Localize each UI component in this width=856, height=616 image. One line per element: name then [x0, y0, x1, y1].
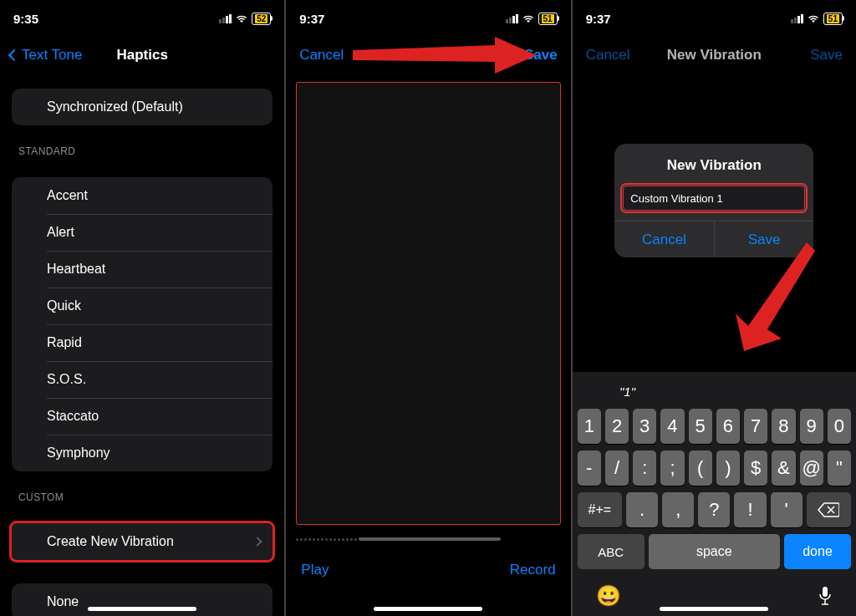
- chevron-left-icon: [8, 49, 20, 61]
- vibration-option-label: S.O.S.: [47, 372, 86, 387]
- space-key[interactable]: space: [649, 534, 780, 569]
- vibration-option-label: Rapid: [47, 335, 82, 350]
- key[interactable]: 7: [744, 409, 767, 444]
- vibration-name-input[interactable]: [623, 186, 805, 211]
- back-label: Text Tone: [22, 47, 82, 64]
- symbols-mode-key[interactable]: #+=: [578, 492, 622, 527]
- default-vibration-cell[interactable]: Synchronized (Default): [12, 89, 273, 125]
- vibration-option-label: Quick: [47, 298, 81, 313]
- vibration-option-label: Staccato: [47, 409, 99, 424]
- vibration-option[interactable]: Alert: [12, 214, 273, 251]
- home-indicator[interactable]: [88, 607, 196, 611]
- vibration-option[interactable]: Accent: [12, 177, 273, 214]
- emoji-key[interactable]: 😀: [596, 584, 621, 608]
- back-button[interactable]: Text Tone: [10, 47, 82, 64]
- key[interactable]: 6: [716, 409, 740, 444]
- key[interactable]: @: [800, 451, 823, 486]
- key[interactable]: :: [633, 451, 656, 486]
- key[interactable]: ;: [660, 451, 684, 486]
- none-label: None: [47, 594, 79, 609]
- backspace-key[interactable]: [807, 492, 851, 527]
- vibration-option[interactable]: Staccato: [12, 398, 273, 435]
- create-new-vibration-cell[interactable]: Create New Vibration: [12, 523, 273, 560]
- dialog-save-button[interactable]: Save: [714, 221, 814, 257]
- key[interactable]: 4: [660, 409, 684, 444]
- vibration-option-label: Symphony: [47, 445, 110, 461]
- key[interactable]: !: [734, 492, 766, 527]
- vibration-option[interactable]: Quick: [12, 288, 273, 324]
- home-indicator[interactable]: [374, 607, 482, 611]
- vibration-record-area[interactable]: [296, 82, 560, 525]
- dialog-title: New Vibration: [614, 144, 813, 186]
- dictation-key[interactable]: [818, 586, 833, 606]
- vibration-option-label: Heartbeat: [47, 262, 105, 277]
- abc-mode-key[interactable]: ABC: [578, 534, 645, 569]
- create-new-vibration-label: Create New Vibration: [47, 534, 174, 549]
- vibration-option-label: Alert: [47, 225, 74, 240]
- cancel-button[interactable]: Cancel: [299, 47, 344, 64]
- vibration-option-label: Accent: [47, 188, 88, 203]
- key[interactable]: ?: [698, 492, 730, 527]
- vibration-option[interactable]: Symphony: [12, 435, 273, 471]
- nav-bar: Cancel New Vibration Save: [286, 37, 570, 74]
- new-vibration-dialog: New Vibration Cancel Save: [614, 144, 813, 257]
- key[interactable]: 2: [605, 409, 629, 444]
- signal-icon: [219, 14, 232, 23]
- wifi-icon: [235, 13, 248, 23]
- custom-header: CUSTOM: [12, 471, 273, 508]
- vibration-option[interactable]: Heartbeat: [12, 251, 273, 288]
- svg-rect-2: [823, 587, 828, 597]
- keyboard: "1" 1234567890 -/:;()$&@" #+= .,?!' ABC …: [573, 372, 856, 616]
- keyboard-suggestions: "1": [576, 377, 853, 405]
- standard-header: STANDARD: [12, 125, 273, 162]
- battery-icon: 52: [252, 13, 271, 25]
- default-vibration-label: Synchronized (Default): [47, 99, 183, 115]
- signal-icon: [506, 14, 518, 23]
- key[interactable]: &: [772, 451, 795, 486]
- status-time: 9:37: [299, 12, 349, 26]
- key[interactable]: 0: [828, 409, 851, 444]
- key[interactable]: 5: [689, 409, 712, 444]
- vibration-option[interactable]: S.O.S.: [12, 361, 273, 398]
- nav-title: Haptics: [116, 47, 167, 64]
- chevron-right-icon: [253, 537, 262, 546]
- key[interactable]: ": [828, 451, 851, 486]
- key[interactable]: $: [744, 451, 767, 486]
- key[interactable]: ): [716, 451, 740, 486]
- key[interactable]: .: [626, 492, 658, 527]
- nav-bar: Text Tone Haptics: [0, 37, 284, 74]
- done-key[interactable]: done: [784, 534, 851, 569]
- dialog-cancel-button[interactable]: Cancel: [614, 221, 714, 257]
- battery-icon: 51: [538, 13, 558, 25]
- key[interactable]: (: [689, 451, 712, 486]
- vibration-option[interactable]: Rapid: [12, 324, 273, 361]
- key[interactable]: ': [771, 492, 802, 527]
- key[interactable]: ,: [662, 492, 694, 527]
- suggestion[interactable]: "1": [584, 384, 671, 399]
- key[interactable]: /: [605, 451, 629, 486]
- status-bar: 9:37 51: [286, 0, 570, 37]
- save-button[interactable]: Save: [524, 47, 558, 64]
- status-time: 9:35: [13, 12, 64, 26]
- none-cell[interactable]: None: [12, 583, 273, 616]
- key[interactable]: -: [578, 451, 601, 486]
- record-button[interactable]: Record: [510, 562, 556, 578]
- vibration-progress[interactable]: [296, 533, 560, 545]
- nav-title: New Vibration: [381, 47, 476, 64]
- key[interactable]: 8: [772, 409, 795, 444]
- status-bar: 9:35 52: [0, 0, 284, 37]
- home-indicator[interactable]: [660, 607, 768, 611]
- key[interactable]: 3: [633, 409, 656, 444]
- key[interactable]: 9: [800, 409, 823, 444]
- key[interactable]: 1: [578, 409, 601, 444]
- play-button[interactable]: Play: [301, 562, 329, 578]
- wifi-icon: [522, 13, 535, 23]
